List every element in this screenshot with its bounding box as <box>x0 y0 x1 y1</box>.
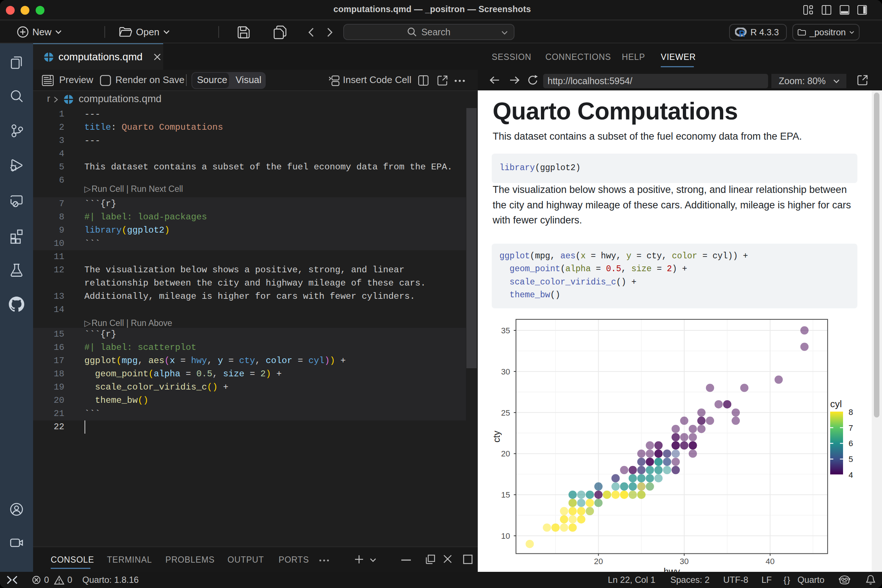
svg-text:40: 40 <box>765 557 774 566</box>
svg-text:8: 8 <box>849 408 853 417</box>
svg-text:cyl: cyl <box>830 398 842 410</box>
svg-text:4: 4 <box>849 470 853 480</box>
svg-text:15: 15 <box>501 490 510 500</box>
svg-text:35: 35 <box>501 326 510 335</box>
svg-text:25: 25 <box>501 408 510 417</box>
svg-text:R: R <box>739 29 745 37</box>
svg-text:30: 30 <box>680 557 689 566</box>
svg-text:20: 20 <box>501 449 510 458</box>
svg-text:hwy: hwy <box>664 566 680 572</box>
svg-text:10: 10 <box>501 531 510 541</box>
svg-text:cty: cty <box>491 431 502 442</box>
svg-text:5: 5 <box>849 454 853 464</box>
svg-text:30: 30 <box>501 367 510 376</box>
svg-text:7: 7 <box>849 423 853 432</box>
svg-text:20: 20 <box>594 557 603 566</box>
svg-text:6: 6 <box>849 439 853 448</box>
